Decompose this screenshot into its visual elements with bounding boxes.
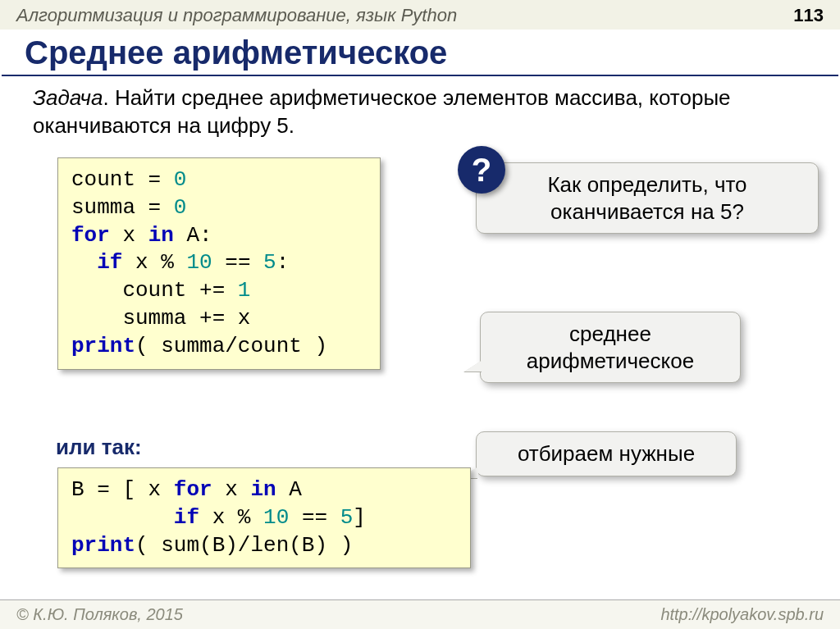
footer: © К.Ю. Поляков, 2015 http://kpolyakov.sp… [0,599,840,629]
page-title: Среднее арифметическое [0,30,840,75]
subject-label: Алгоритмизация и программирование, язык … [16,5,457,26]
page-number: 113 [793,5,824,26]
code-block-2: B = [ x for x in A if x % 10 == 5] print… [57,467,471,568]
or-label: или так: [56,435,142,460]
callout-average: среднее арифметическое [480,312,741,383]
header-bar: Алгоритмизация и программирование, язык … [0,0,840,30]
footer-url: http://kpolyakov.spb.ru [660,605,824,624]
footer-copyright: © К.Ю. Поляков, 2015 [16,605,183,624]
question-mark-icon: ? [458,146,505,194]
slide: Алгоритмизация и программирование, язык … [0,0,840,629]
title-rule [2,75,838,76]
task-body: . Найти среднее арифметическое элементов… [33,85,731,138]
code-block-1: count = 0 summa = 0 for x in A: if x % 1… [57,157,381,370]
task-label: Задача [33,85,103,110]
callout-select: отбираем нужные [476,431,737,476]
callout-question: Как определить, что оканчивается на 5? [476,162,819,234]
task-text: Задача. Найти среднее арифметическое эле… [0,84,840,140]
